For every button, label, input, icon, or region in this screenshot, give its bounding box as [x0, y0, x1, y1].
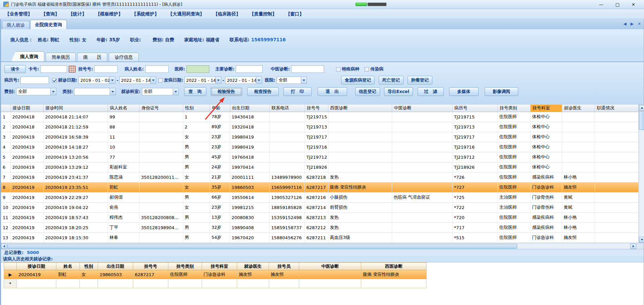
- record-no-input[interactable]: [20, 77, 49, 84]
- multimedia-button[interactable]: 多媒体: [449, 87, 479, 96]
- column-header[interactable]: 出生日期: [98, 263, 133, 270]
- visit-date-checkbox[interactable]: [52, 78, 57, 83]
- horizontal-scrollbar[interactable]: [1, 243, 644, 249]
- horizontal-scroll-thumb[interactable]: [7, 244, 517, 249]
- column-header[interactable]: 接诊日期: [17, 263, 56, 270]
- menu-item[interactable]: 【质量控制】: [250, 11, 277, 17]
- doctor-input[interactable]: [186, 65, 209, 73]
- lab-report-button[interactable]: 检验报告: [211, 87, 242, 96]
- infectious-checkbox[interactable]: [365, 67, 369, 71]
- foodborne-disease-register-button[interactable]: 食源疾病登记: [341, 76, 375, 85]
- column-header[interactable]: 职退情况: [595, 105, 638, 112]
- column-header[interactable]: 挂号号: [133, 263, 168, 270]
- calendar-dropdown-icon[interactable]: [109, 77, 115, 84]
- column-header[interactable]: 接诊时间: [43, 105, 108, 112]
- column-header[interactable]: 就诊医生: [562, 105, 595, 112]
- table-row[interactable]: 62020041920200419 13:29:12彩超科室男24岁199704…: [1, 162, 638, 172]
- visit-date-from[interactable]: 2019 - 01 - 02: [78, 77, 115, 84]
- column-header[interactable]: 挂号类别: [168, 263, 202, 270]
- window-tab[interactable]: 全院病史查询: [30, 20, 67, 29]
- onset-date-from[interactable]: 2022 - 01 - 14: [184, 77, 221, 84]
- read-card-button[interactable]: 读卡: [4, 65, 26, 73]
- menu-item[interactable]: 【大通用药查询】: [168, 11, 204, 17]
- maximize-button[interactable]: □: [615, 2, 620, 7]
- table-row[interactable]: 82020041920200419 23:35:51郭虹女35岁19860503…: [1, 182, 638, 192]
- table-row[interactable]: 42020041920200419 14:18:2710男23岁19980419…: [1, 142, 638, 152]
- close-button[interactable]: ✕: [632, 2, 635, 7]
- card-no-input[interactable]: [40, 65, 67, 73]
- tumor-register-button[interactable]: 肿瘤登记: [408, 76, 432, 85]
- table-row[interactable]: 32020041920200419 16:58:3911女23岁19980419…: [1, 132, 638, 142]
- hospital-select[interactable]: 全部: [277, 77, 307, 84]
- column-header[interactable]: 中医诊断: [299, 263, 361, 270]
- table-row[interactable]: 112020041920200419 18:57:43程伟杰3501282008…: [1, 212, 638, 222]
- tab-scroll-left-icon[interactable]: ◀: [623, 21, 626, 26]
- column-header[interactable]: 西医诊断: [361, 263, 427, 270]
- table-row[interactable]: ▶20200419郭虹女198605036287217住院医师门诊急诊科施友恒施…: [4, 270, 427, 279]
- section-tab[interactable]: 病人查询: [11, 51, 44, 61]
- table-row[interactable]: 92020041920200419 22:29:27郝侗偲男66岁1955061…: [1, 192, 638, 202]
- main-diagnosis-input[interactable]: [236, 65, 263, 73]
- tab-scroll-right-icon[interactable]: ▶: [631, 21, 634, 26]
- column-header[interactable]: 性别: [183, 105, 210, 112]
- patient-name-input[interactable]: [145, 65, 169, 73]
- column-header[interactable]: 西医诊断: [328, 105, 392, 112]
- column-header[interactable]: 接诊日期: [10, 105, 43, 112]
- tab-close-icon[interactable]: ✕: [638, 21, 641, 26]
- scroll-down-button[interactable]: [639, 237, 644, 243]
- fee-type-select[interactable]: 全部: [16, 88, 56, 95]
- column-header[interactable]: 病历号: [452, 105, 497, 112]
- onset-date-checkbox[interactable]: [158, 78, 163, 83]
- scroll-up-button[interactable]: [639, 105, 644, 111]
- dropdown-arrow-icon[interactable]: [173, 88, 178, 95]
- calendar-dropdown-icon[interactable]: [150, 77, 156, 84]
- reg-no-input[interactable]: [94, 65, 118, 73]
- column-header[interactable]: 病人姓名: [108, 105, 139, 112]
- table-row[interactable]: 52020041920200419 13:20:5677男45岁19760418…: [1, 152, 638, 162]
- column-header[interactable]: 挂号号: [305, 105, 328, 112]
- visit-dept-select[interactable]: 全部: [142, 88, 179, 95]
- calendar-dropdown-icon[interactable]: [256, 77, 262, 84]
- info-register-button[interactable]: 信息登记: [355, 87, 380, 96]
- column-header[interactable]: 性别: [80, 263, 98, 270]
- column-header[interactable]: [1, 105, 10, 112]
- vertical-scrollbar[interactable]: [639, 105, 644, 243]
- column-header[interactable]: 联系电话: [269, 105, 305, 112]
- table-row[interactable]: 132020041920200419 18:15:30林春男54岁1967042…: [1, 233, 638, 243]
- minimize-button[interactable]: —: [599, 2, 603, 7]
- column-header[interactable]: 出生日期: [230, 105, 269, 112]
- column-header[interactable]: 挂号科室: [202, 263, 237, 270]
- table-row[interactable]: 72020041920200419 23:41:37陈思涵35012820001…: [1, 172, 638, 182]
- menu-item[interactable]: 【窗口】: [286, 11, 304, 17]
- table-row[interactable]: *: [4, 279, 427, 288]
- menu-item[interactable]: 【系统维护】: [132, 11, 159, 17]
- column-header[interactable]: 就诊医生: [237, 263, 269, 270]
- special-disease-checkbox[interactable]: [336, 67, 340, 71]
- menu-item[interactable]: 【模板维护】: [96, 11, 123, 17]
- calendar-dropdown-icon[interactable]: [215, 77, 221, 84]
- scroll-right-button[interactable]: [630, 244, 636, 249]
- category-select[interactable]: [74, 88, 116, 95]
- onset-date-to[interactable]: 2022 - 01 - 14: [225, 77, 262, 84]
- card-reader-icon[interactable]: [69, 66, 75, 72]
- vertical-scroll-thumb[interactable]: [639, 111, 644, 130]
- death-register-button[interactable]: 死亡登记: [379, 76, 404, 85]
- dropdown-arrow-icon[interactable]: [50, 88, 56, 95]
- tcm-diagnosis-input[interactable]: [291, 65, 324, 73]
- query-button[interactable]: 查 询: [184, 87, 206, 96]
- column-header[interactable]: 身份证号: [139, 105, 183, 112]
- menu-item[interactable]: 【统计】: [68, 11, 87, 17]
- column-header[interactable]: 挂号员: [269, 263, 299, 270]
- menu-item[interactable]: 【查询】: [41, 11, 59, 17]
- table-row[interactable]: 102020041920200419 19:04:22俞燕女23岁1998121…: [1, 202, 638, 212]
- filter-button[interactable]: 过 滤: [418, 87, 444, 96]
- exit-button[interactable]: 退 出: [318, 87, 347, 96]
- menu-item[interactable]: 【临床路径】: [213, 11, 240, 17]
- column-header[interactable]: 中医诊断: [392, 105, 452, 112]
- column-header[interactable]: 挂号科室: [530, 105, 562, 112]
- window-tab[interactable]: 病人就诊: [2, 21, 30, 29]
- section-tab[interactable]: 病 历: [77, 53, 107, 61]
- table-row[interactable]: 22020041820200418 21:12:5988289岁19320418…: [1, 122, 638, 132]
- column-header[interactable]: 挂号类别: [497, 105, 530, 112]
- dropdown-arrow-icon[interactable]: [301, 77, 307, 84]
